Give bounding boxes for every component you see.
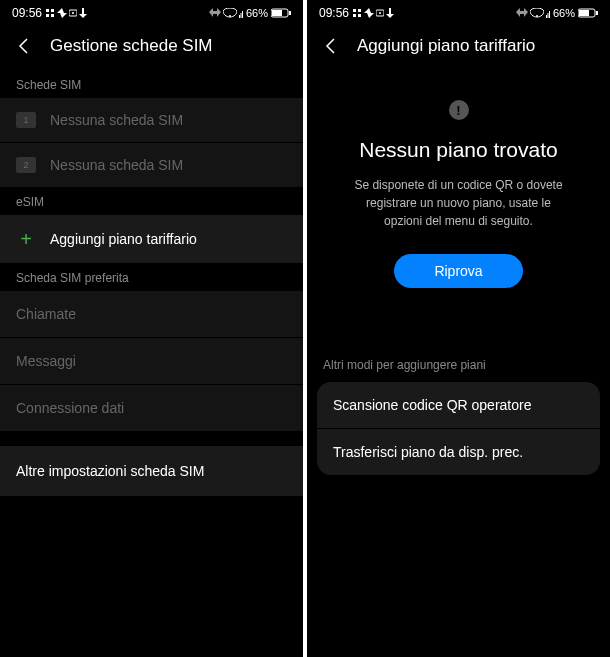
alternatives-label: Altri modi per aggiungere piani [307,358,610,382]
svg-rect-25 [596,11,598,15]
status-bar: 09:56 66% [0,0,303,24]
status-bar: 09:56 66% [307,0,610,24]
svg-rect-22 [549,11,550,18]
svg-rect-21 [547,13,548,18]
svg-rect-13 [353,9,356,12]
no-plan-description: Se disponete di un codice QR o dovete re… [337,176,580,230]
scan-qr-option[interactable]: Scansione codice QR operatore [317,382,600,428]
sim2-label: Nessuna scheda SIM [50,157,287,173]
sim1-icon: 1 [16,112,36,128]
app-header: Aggiungi piano tariffario [307,24,610,70]
svg-rect-14 [358,9,361,12]
svg-rect-16 [358,14,361,17]
alternatives-group: Scansione codice QR operatore Trasferisc… [317,382,600,475]
svg-rect-2 [46,14,49,17]
svg-point-18 [379,12,381,14]
status-notification-icons [45,8,87,18]
sim-slot-2[interactable]: 2 Nessuna scheda SIM [0,142,303,187]
svg-rect-12 [289,11,291,15]
preferred-messages[interactable]: Messaggi [0,338,303,385]
status-battery-text: 66% [246,7,268,19]
preferred-calls[interactable]: Chiamate [0,291,303,338]
svg-rect-15 [353,14,356,17]
status-battery-text: 66% [553,7,575,19]
other-sim-settings[interactable]: Altre impostazioni scheda SIM [0,446,303,496]
svg-point-5 [72,12,74,14]
section-esim-label: eSIM [0,187,303,215]
plus-icon: + [16,229,36,249]
page-title: Aggiungi piano tariffario [357,36,535,56]
battery-icon [578,8,598,18]
status-time: 09:56 [12,6,42,20]
page-title: Gestione schede SIM [50,36,213,56]
add-plan-button[interactable]: + Aggiungi piano tariffario [0,215,303,263]
add-plan-label: Aggiungi piano tariffario [50,231,287,247]
svg-rect-7 [239,15,240,18]
status-notification-icons [352,8,394,18]
no-plan-heading: Nessun piano trovato [359,138,557,162]
transfer-plan-option[interactable]: Trasferisci piano da disp. prec. [317,428,600,475]
sim-slot-1[interactable]: 1 Nessuna scheda SIM [0,98,303,142]
alert-icon: ! [449,100,469,120]
sim1-label: Nessuna scheda SIM [50,112,287,128]
svg-point-19 [536,15,538,17]
section-preferred-label: Scheda SIM preferita [0,263,303,291]
retry-button[interactable]: Riprova [394,254,522,288]
battery-icon [271,8,291,18]
app-header: Gestione schede SIM [0,24,303,70]
sim-manager-screen: 09:56 66% Gestione schede SIM Schede SIM [0,0,303,657]
add-plan-screen: 09:56 66% Aggiungi piano tariffario ! [307,0,610,657]
section-sim-cards-label: Schede SIM [0,70,303,98]
svg-point-6 [229,15,231,17]
back-button[interactable] [321,36,341,56]
sim2-icon: 2 [16,157,36,173]
status-system-icons [209,8,243,18]
svg-rect-9 [242,11,243,18]
svg-rect-20 [546,15,547,18]
preferred-data[interactable]: Connessione dati [0,385,303,432]
no-plan-content: ! Nessun piano trovato Se disponete di u… [307,70,610,308]
svg-rect-8 [240,13,241,18]
svg-rect-0 [46,9,49,12]
back-button[interactable] [14,36,34,56]
status-system-icons [516,8,550,18]
status-time: 09:56 [319,6,349,20]
svg-rect-1 [51,9,54,12]
svg-rect-24 [579,10,589,16]
svg-rect-3 [51,14,54,17]
svg-rect-11 [272,10,282,16]
